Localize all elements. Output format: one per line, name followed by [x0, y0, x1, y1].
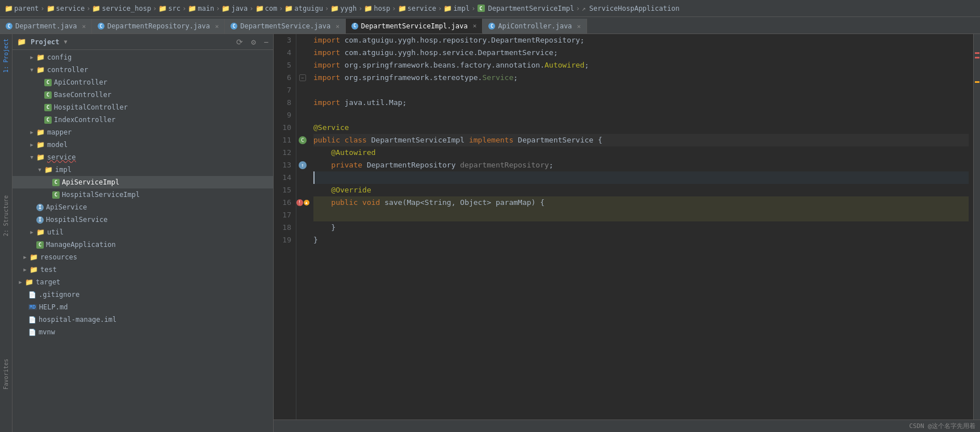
tree-item-hospital-service-impl[interactable]: C HospitalServiceImpl: [12, 188, 273, 201]
project-side-label[interactable]: 1: Project: [2, 34, 10, 77]
tab-dept-service-impl[interactable]: C DepartmentServiceImpl.java ✕: [346, 19, 483, 33]
tab-dept-service[interactable]: C DepartmentService.java ✕: [225, 19, 346, 33]
tree-item-index-controller[interactable]: C IndexController: [12, 114, 273, 126]
folder-icon-target: 📁: [25, 278, 33, 286]
keyword-import-3: import: [313, 34, 340, 47]
dropdown-arrow-icon[interactable]: ▼: [64, 39, 68, 45]
tree-label-hospital-service-impl: HospitalServiceImpl: [62, 191, 140, 199]
status-bar: CSDN @这个名字先用着: [274, 420, 980, 432]
gutter-7: [296, 84, 309, 97]
breadcrumb-service2[interactable]: service: [408, 5, 437, 12]
tab-close-dept-repo[interactable]: ✕: [215, 23, 219, 30]
tab-dept-repo[interactable]: C DepartmentRepository.java ✕: [92, 19, 225, 33]
scrollbar-strip[interactable]: [973, 34, 980, 420]
folder-icon-controller: 📁: [36, 66, 45, 74]
tree-item-test[interactable]: ▶ 📁 test: [12, 263, 273, 276]
expand-arrow-target: ▶: [17, 279, 24, 286]
breadcrumb-com[interactable]: com: [265, 5, 278, 12]
breadcrumb-service-hosp-app[interactable]: ServiceHospApplication: [589, 5, 680, 12]
tree-item-mvnw[interactable]: 📄 mvnw: [12, 326, 273, 338]
tree-item-impl[interactable]: ▼ 📁 impl: [12, 163, 273, 176]
code-line-19: }: [313, 234, 969, 246]
tab-api-controller[interactable]: C ApiController.java ✕: [483, 19, 587, 33]
tab-department[interactable]: C Department.java ✕: [0, 19, 92, 33]
code-line-9: [313, 109, 969, 121]
sync-icon[interactable]: ⟳: [236, 37, 243, 47]
breadcrumb-parent[interactable]: parent: [14, 5, 39, 12]
breadcrumb-hosp[interactable]: hosp: [374, 5, 390, 12]
folder-icon-impl: 📁: [44, 166, 53, 174]
tree-item-resources[interactable]: ▶ 📁 resources: [12, 251, 273, 263]
tree-item-model[interactable]: ▶ 📁 model: [12, 139, 273, 151]
expand-arrow-model: ▶: [28, 141, 35, 148]
gutter-11: C: [296, 134, 309, 146]
tree-item-base-controller[interactable]: C BaseController: [12, 89, 273, 101]
breadcrumb-dept-impl[interactable]: DepartmentServiceImpl: [488, 5, 575, 12]
main-layout: 1: Project 2: Structure Favorites 📁 Proj…: [0, 34, 980, 432]
breadcrumb-service1[interactable]: service: [56, 5, 85, 12]
tree-item-iml[interactable]: 📄 hospital-manage.iml: [12, 313, 273, 326]
fold-icon-6[interactable]: −: [299, 74, 306, 81]
minimize-icon[interactable]: −: [264, 37, 269, 47]
tree-item-api-service[interactable]: I ApiService: [12, 201, 273, 213]
breadcrumb-yygh[interactable]: yygh: [340, 5, 357, 12]
tree-item-util[interactable]: ▶ 📁 util: [12, 226, 273, 238]
tree-item-hospital-controller[interactable]: C HospitalController: [12, 101, 273, 114]
expand-arrow-resources: ▶: [22, 254, 28, 261]
keyword-import-4: import: [313, 47, 340, 59]
folder-icon-mapper: 📁: [36, 128, 45, 136]
code-line-5: import org.springframework.beans.factory…: [313, 59, 969, 72]
class-icon-manage-app: C: [36, 241, 44, 249]
tab-close-department[interactable]: ✕: [82, 23, 86, 30]
breadcrumb-atguigu[interactable]: atguigu: [294, 5, 323, 12]
breadcrumb-folder-icon: 📁: [221, 5, 230, 12]
breadcrumb-src[interactable]: src: [168, 5, 181, 12]
tree-item-api-service-impl[interactable]: C ApiServiceImpl: [12, 176, 273, 188]
breadcrumb-folder-icon: 📁: [92, 5, 100, 12]
breadcrumb-folder-icon: 📁: [188, 5, 196, 12]
tree-label-hospital-controller: HospitalController: [54, 103, 128, 111]
settings-icon[interactable]: ⚙: [251, 37, 256, 47]
tree-label-api-controller: ApiController: [54, 78, 107, 86]
tree-label-resources: resources: [40, 253, 77, 261]
error-gutter-icon-16: !: [296, 199, 303, 206]
tree-item-api-controller[interactable]: C ApiController: [12, 76, 273, 89]
code-content[interactable]: import com.atguigu.yygh.hosp.repository.…: [309, 34, 973, 420]
gutter-13: ↑: [296, 159, 309, 171]
breadcrumb-impl[interactable]: impl: [453, 5, 470, 12]
tree-item-manage-app[interactable]: C ManageApplication: [12, 238, 273, 251]
gutter-16: ! ▲: [296, 196, 309, 209]
tree-item-mapper[interactable]: ▶ 📁 mapper: [12, 126, 273, 139]
breadcrumb-service-hosp[interactable]: service_hosp: [102, 5, 151, 12]
tree-label-index-controller: IndexController: [54, 116, 115, 124]
folder-icon-test: 📁: [30, 266, 38, 274]
tree-label-api-service-impl: ApiServiceImpl: [62, 178, 119, 186]
breadcrumb-main[interactable]: main: [198, 5, 214, 12]
tree-item-service[interactable]: ▼ 📁 service: [12, 151, 273, 163]
favorites-side-label[interactable]: Favorites: [2, 354, 10, 394]
expand-arrow-config: ▶: [28, 54, 35, 61]
tree-item-hospital-service[interactable]: I HospitalService: [12, 213, 273, 226]
structure-side-label[interactable]: 2: Structure: [2, 191, 10, 241]
breadcrumb-java[interactable]: java: [231, 5, 248, 12]
tree-item-controller[interactable]: ▼ 📁 controller: [12, 64, 273, 76]
tree-item-gitignore[interactable]: 📄 .gitignore: [12, 288, 273, 301]
expand-arrow-impl: ▼: [36, 166, 43, 173]
tab-close-api-controller[interactable]: ✕: [577, 23, 581, 30]
breadcrumb-folder-icon: 📁: [256, 5, 264, 12]
tab-close-dept-service-impl[interactable]: ✕: [473, 22, 477, 30]
tree-item-target[interactable]: ▶ 📁 target: [12, 276, 273, 288]
breadcrumb-folder-icon: 📁: [158, 5, 167, 12]
keyword-import-5: import: [313, 59, 340, 72]
tab-close-dept-service[interactable]: ✕: [336, 23, 340, 30]
tree-label-util: util: [47, 228, 64, 236]
tree-label-impl: impl: [55, 166, 72, 174]
code-line-6: import org.springframework.stereotype.Se…: [313, 72, 969, 84]
tree-item-config[interactable]: ▶ 📁 config: [12, 51, 273, 64]
error-marker-2: [975, 57, 979, 58]
method-sig: save(Map<String, Object> paramMap) {: [380, 196, 545, 209]
tree-item-help-md[interactable]: MD HELP.md: [12, 301, 273, 313]
class-icon-hospital-service-impl: C: [52, 191, 60, 199]
file-icon-gitignore: 📄: [28, 291, 36, 299]
keyword-import-8: import: [313, 97, 340, 109]
